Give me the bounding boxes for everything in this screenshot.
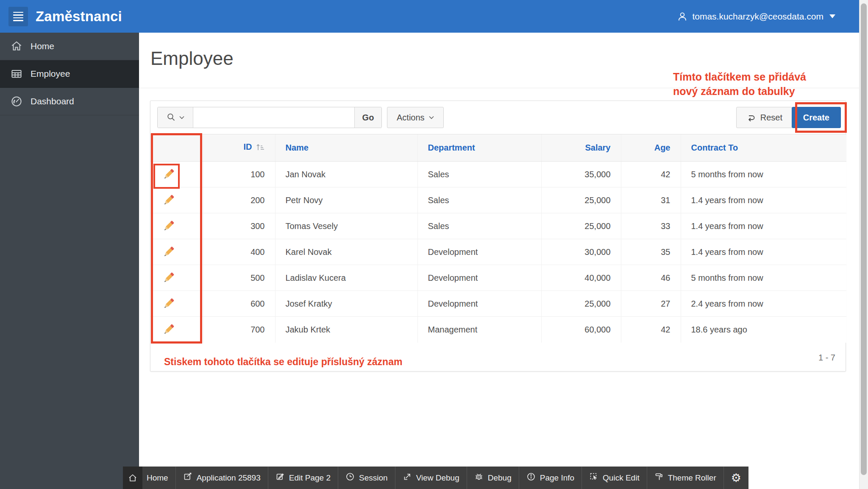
home-icon: [123, 467, 142, 489]
search-icon: [166, 112, 176, 123]
cell-name: Karel Novak: [275, 239, 417, 265]
devbar-item-settings[interactable]: ⚙: [723, 467, 748, 489]
gear-icon: ⚙: [731, 472, 741, 483]
cell-salary: 35,000: [541, 162, 621, 187]
cell-contract-to: 5 months from now: [681, 162, 846, 187]
page-info-icon: [526, 472, 536, 483]
quick-edit-cursor-icon: [589, 472, 598, 483]
gauge-icon: [10, 95, 23, 108]
theme-roller-icon: [654, 472, 664, 483]
vertical-scrollbar: [859, 0, 868, 489]
table-row: 500 Ladislav Kucera Development 40,000 4…: [150, 265, 846, 291]
edit-pencil-icon[interactable]: [161, 271, 176, 285]
devbar-item-session[interactable]: Session: [338, 467, 395, 489]
search-bar: Go: [157, 107, 382, 128]
reset-button[interactable]: Reset: [736, 107, 792, 128]
sidebar-item-employee[interactable]: Employee: [0, 60, 139, 88]
search-input[interactable]: [193, 107, 354, 128]
cell-department: Development: [417, 291, 541, 317]
user-menu[interactable]: tomas.kucharzyk@ceosdata.com: [677, 0, 835, 33]
cell-id: 200: [203, 187, 275, 213]
top-bar: Zaměstnanci tomas.kucharzyk@ceosdata.com: [0, 0, 859, 33]
chevron-down-icon: [429, 116, 434, 119]
cell-contract-to: 1.4 years from now: [681, 239, 846, 265]
view-debug-icon: [403, 472, 412, 483]
cell-age: 46: [621, 265, 681, 291]
cell-salary: 25,000: [541, 213, 621, 239]
employee-report-region: Go Actions: [150, 101, 846, 372]
cell-contract-to: 1.4 years from now: [681, 213, 846, 239]
cell-department: Sales: [417, 213, 541, 239]
application-edit-icon: [183, 472, 192, 483]
person-icon: [677, 11, 688, 22]
annotation-edit-note: Stiskem tohoto tlačítka se edituje přísl…: [164, 355, 402, 369]
column-header-salary[interactable]: Salary: [541, 134, 621, 162]
sidebar: Home Employee Dashboard: [0, 33, 139, 489]
edit-pencil-icon[interactable]: [161, 167, 176, 182]
user-email: tomas.kucharzyk@ceosdata.com: [692, 11, 823, 22]
cell-contract-to: 18.6 years ago: [681, 317, 846, 343]
edit-pencil-icon[interactable]: [161, 193, 176, 207]
edit-pencil-icon[interactable]: [161, 219, 176, 233]
column-header-contract-to[interactable]: Contract To: [681, 134, 846, 162]
pagination-label: 1 - 7: [818, 353, 835, 363]
column-header-name[interactable]: Name: [275, 134, 417, 162]
edit-pencil-icon[interactable]: [161, 296, 176, 311]
table-row: 300 Tomas Vesely Sales 25,000 33 1.4 yea…: [150, 213, 846, 239]
cell-age: 42: [621, 317, 681, 343]
column-header-age[interactable]: Age: [621, 134, 681, 162]
scrollbar-thumb[interactable]: [861, 3, 867, 475]
sidebar-item-label: Employee: [31, 69, 70, 79]
cell-id: 300: [203, 213, 275, 239]
edit-pencil-icon[interactable]: [161, 245, 176, 259]
go-button[interactable]: Go: [354, 107, 381, 128]
devbar-item-quick-edit[interactable]: Quick Edit: [581, 467, 647, 489]
cell-age: 42: [621, 162, 681, 187]
table-grid-icon: [10, 67, 23, 80]
column-header-department[interactable]: Department: [417, 134, 541, 162]
content: Employee: [139, 33, 859, 489]
cell-salary: 30,000: [541, 239, 621, 265]
cell-name: Josef Kratky: [275, 291, 417, 317]
create-button[interactable]: Create: [792, 107, 841, 128]
column-header-id[interactable]: ID: [203, 134, 275, 162]
cell-salary: 60,000: [541, 317, 621, 343]
chevron-down-icon: [829, 14, 835, 18]
sort-ascending-icon: [256, 143, 265, 154]
edit-page-icon: [275, 472, 285, 483]
home-icon: [10, 40, 23, 53]
session-clock-icon: [345, 472, 355, 483]
devbar-item-view-debug[interactable]: View Debug: [395, 467, 467, 489]
cell-contract-to: 2.4 years from now: [681, 291, 846, 317]
cell-id: 500: [203, 265, 275, 291]
screen: Zaměstnanci tomas.kucharzyk@ceosdata.com…: [0, 0, 868, 489]
column-header-edit: [150, 134, 203, 162]
cell-age: 33: [621, 213, 681, 239]
devbar-item-application[interactable]: Application 25893: [175, 467, 268, 489]
cell-department: Sales: [417, 162, 541, 187]
cell-age: 27: [621, 291, 681, 317]
menu-hamburger-icon[interactable]: [8, 7, 28, 26]
edit-pencil-icon[interactable]: [161, 322, 176, 337]
report-toolbar: Go Actions: [150, 101, 846, 134]
cell-department: Management: [417, 317, 541, 343]
search-column-selector[interactable]: [158, 107, 193, 128]
cell-name: Jan Novak: [275, 162, 417, 187]
table-row: 700 Jakub Krtek Management 60,000 42 18.…: [150, 317, 846, 343]
cell-id: 400: [203, 239, 275, 265]
devbar-item-edit-page[interactable]: Edit Page 2: [268, 467, 338, 489]
chevron-down-icon: [179, 116, 184, 119]
cell-salary: 25,000: [541, 187, 621, 213]
cell-name: Ladislav Kucera: [275, 265, 417, 291]
page-title: Employee: [150, 48, 234, 69]
devbar-item-debug[interactable]: Debug: [467, 467, 519, 489]
cell-name: Jakub Krtek: [275, 317, 417, 343]
sidebar-item-home[interactable]: Home: [0, 33, 139, 60]
actions-button[interactable]: Actions: [387, 107, 444, 128]
reset-icon: [746, 112, 756, 123]
devbar-item-home[interactable]: Home: [123, 467, 175, 489]
developer-toolbar: Home Application 25893 Edit Page 2: [123, 467, 748, 489]
devbar-item-page-info[interactable]: Page Info: [519, 467, 581, 489]
sidebar-item-dashboard[interactable]: Dashboard: [0, 88, 139, 115]
devbar-item-theme-roller[interactable]: Theme Roller: [647, 467, 723, 489]
